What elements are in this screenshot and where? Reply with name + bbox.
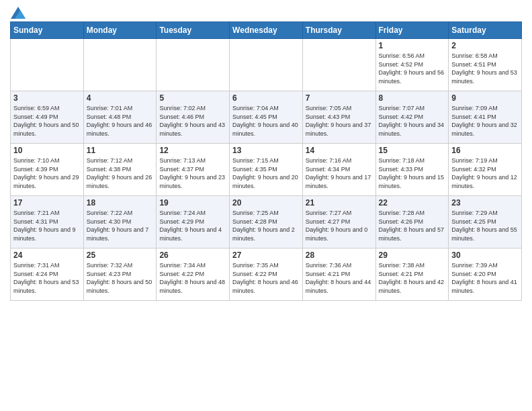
calendar-cell: 10Sunrise: 7:10 AM Sunset: 4:39 PM Dayli…: [11, 144, 84, 196]
day-number: 1: [379, 41, 446, 50]
calendar-cell: 30Sunrise: 7:39 AM Sunset: 4:20 PM Dayli…: [449, 248, 522, 301]
calendar-table: SundayMondayTuesdayWednesdayThursdayFrid…: [10, 21, 522, 301]
calendar-body: 1Sunrise: 6:56 AM Sunset: 4:52 PM Daylig…: [11, 39, 522, 301]
calendar-cell: 27Sunrise: 7:35 AM Sunset: 4:22 PM Dayli…: [230, 248, 303, 301]
weekday-header-cell: Tuesday: [157, 22, 230, 39]
calendar-cell: 4Sunrise: 7:01 AM Sunset: 4:48 PM Daylig…: [83, 91, 157, 144]
day-info: Sunrise: 7:31 AM Sunset: 4:24 PM Dayligh…: [13, 261, 81, 295]
day-info: Sunrise: 7:29 AM Sunset: 4:25 PM Dayligh…: [451, 209, 519, 242]
day-number: 8: [379, 93, 446, 103]
calendar-cell: [230, 39, 303, 91]
day-info: Sunrise: 7:39 AM Sunset: 4:20 PM Dayligh…: [451, 261, 519, 295]
calendar-cell: 18Sunrise: 7:22 AM Sunset: 4:30 PM Dayli…: [83, 196, 157, 248]
day-number: 14: [306, 146, 373, 155]
day-info: Sunrise: 6:58 AM Sunset: 4:51 PM Dayligh…: [451, 52, 519, 85]
day-number: 16: [451, 146, 519, 155]
calendar-cell: 5Sunrise: 7:02 AM Sunset: 4:46 PM Daylig…: [157, 91, 230, 144]
day-info: Sunrise: 6:59 AM Sunset: 4:49 PM Dayligh…: [13, 104, 81, 138]
calendar-cell: 1Sunrise: 6:56 AM Sunset: 4:52 PM Daylig…: [375, 39, 449, 91]
calendar-cell: 25Sunrise: 7:32 AM Sunset: 4:23 PM Dayli…: [83, 248, 157, 301]
day-number: 2: [451, 41, 519, 50]
calendar-cell: 16Sunrise: 7:19 AM Sunset: 4:32 PM Dayli…: [449, 144, 522, 196]
day-number: 19: [159, 198, 226, 208]
day-number: 15: [379, 146, 446, 155]
weekday-header-cell: Saturday: [449, 22, 522, 39]
day-info: Sunrise: 7:19 AM Sunset: 4:32 PM Dayligh…: [451, 156, 519, 190]
header: [10, 7, 522, 16]
day-number: 7: [306, 93, 373, 103]
weekday-header-cell: Wednesday: [230, 22, 303, 39]
day-number: 25: [87, 250, 154, 260]
day-number: 6: [232, 93, 300, 103]
calendar-cell: [83, 39, 157, 91]
day-info: Sunrise: 7:24 AM Sunset: 4:29 PM Dayligh…: [159, 209, 226, 242]
day-info: Sunrise: 7:28 AM Sunset: 4:26 PM Dayligh…: [379, 209, 446, 242]
calendar-cell: 3Sunrise: 6:59 AM Sunset: 4:49 PM Daylig…: [11, 91, 84, 144]
day-number: 11: [87, 146, 154, 155]
day-number: 24: [13, 250, 81, 260]
calendar-cell: 9Sunrise: 7:09 AM Sunset: 4:41 PM Daylig…: [449, 91, 522, 144]
day-info: Sunrise: 7:05 AM Sunset: 4:43 PM Dayligh…: [306, 104, 373, 138]
weekday-header-row: SundayMondayTuesdayWednesdayThursdayFrid…: [11, 22, 522, 39]
calendar-cell: 22Sunrise: 7:28 AM Sunset: 4:26 PM Dayli…: [375, 196, 449, 248]
day-number: 12: [159, 146, 226, 155]
day-info: Sunrise: 7:16 AM Sunset: 4:34 PM Dayligh…: [306, 156, 373, 190]
calendar-cell: 24Sunrise: 7:31 AM Sunset: 4:24 PM Dayli…: [11, 248, 84, 301]
calendar-cell: 21Sunrise: 7:27 AM Sunset: 4:27 PM Dayli…: [302, 196, 375, 248]
day-number: 5: [159, 93, 226, 103]
day-number: 10: [13, 146, 81, 155]
calendar-cell: 15Sunrise: 7:18 AM Sunset: 4:33 PM Dayli…: [375, 144, 449, 196]
day-number: 22: [379, 198, 446, 208]
calendar-cell: 11Sunrise: 7:12 AM Sunset: 4:38 PM Dayli…: [83, 144, 157, 196]
logo: [10, 7, 26, 16]
day-number: 9: [451, 93, 519, 103]
day-info: Sunrise: 7:32 AM Sunset: 4:23 PM Dayligh…: [87, 261, 154, 295]
calendar-cell: 20Sunrise: 7:25 AM Sunset: 4:28 PM Dayli…: [230, 196, 303, 248]
calendar-week-row: 10Sunrise: 7:10 AM Sunset: 4:39 PM Dayli…: [11, 144, 522, 196]
weekday-header-cell: Sunday: [11, 22, 84, 39]
day-number: 20: [232, 198, 300, 208]
day-info: Sunrise: 7:27 AM Sunset: 4:27 PM Dayligh…: [306, 209, 373, 242]
calendar-cell: 17Sunrise: 7:21 AM Sunset: 4:31 PM Dayli…: [11, 196, 84, 248]
calendar-cell: 29Sunrise: 7:38 AM Sunset: 4:21 PM Dayli…: [375, 248, 449, 301]
logo-icon: [11, 7, 26, 19]
day-number: 27: [232, 250, 300, 260]
day-info: Sunrise: 7:02 AM Sunset: 4:46 PM Dayligh…: [159, 104, 226, 138]
calendar-cell: 28Sunrise: 7:36 AM Sunset: 4:21 PM Dayli…: [302, 248, 375, 301]
day-info: Sunrise: 7:04 AM Sunset: 4:45 PM Dayligh…: [232, 104, 300, 138]
day-info: Sunrise: 7:13 AM Sunset: 4:37 PM Dayligh…: [159, 156, 226, 190]
day-number: 23: [451, 198, 519, 208]
calendar-week-row: 1Sunrise: 6:56 AM Sunset: 4:52 PM Daylig…: [11, 39, 522, 91]
calendar-cell: 6Sunrise: 7:04 AM Sunset: 4:45 PM Daylig…: [230, 91, 303, 144]
day-number: 18: [87, 198, 154, 208]
calendar-cell: 26Sunrise: 7:34 AM Sunset: 4:22 PM Dayli…: [157, 248, 230, 301]
calendar-week-row: 17Sunrise: 7:21 AM Sunset: 4:31 PM Dayli…: [11, 196, 522, 248]
day-info: Sunrise: 7:10 AM Sunset: 4:39 PM Dayligh…: [13, 156, 81, 190]
calendar-week-row: 3Sunrise: 6:59 AM Sunset: 4:49 PM Daylig…: [11, 91, 522, 144]
calendar-cell: [11, 39, 84, 91]
day-info: Sunrise: 7:12 AM Sunset: 4:38 PM Dayligh…: [87, 156, 154, 190]
day-info: Sunrise: 7:09 AM Sunset: 4:41 PM Dayligh…: [451, 104, 519, 138]
page-container: SundayMondayTuesdayWednesdayThursdayFrid…: [0, 0, 532, 304]
day-number: 21: [306, 198, 373, 208]
day-number: 3: [13, 93, 81, 103]
calendar-cell: 19Sunrise: 7:24 AM Sunset: 4:29 PM Dayli…: [157, 196, 230, 248]
day-info: Sunrise: 7:35 AM Sunset: 4:22 PM Dayligh…: [232, 261, 300, 295]
calendar-cell: 13Sunrise: 7:15 AM Sunset: 4:35 PM Dayli…: [230, 144, 303, 196]
calendar-cell: 2Sunrise: 6:58 AM Sunset: 4:51 PM Daylig…: [449, 39, 522, 91]
weekday-header-cell: Friday: [375, 22, 449, 39]
calendar-week-row: 24Sunrise: 7:31 AM Sunset: 4:24 PM Dayli…: [11, 248, 522, 301]
day-info: Sunrise: 7:18 AM Sunset: 4:33 PM Dayligh…: [379, 156, 446, 190]
day-info: Sunrise: 7:21 AM Sunset: 4:31 PM Dayligh…: [13, 209, 81, 242]
calendar-cell: 23Sunrise: 7:29 AM Sunset: 4:25 PM Dayli…: [449, 196, 522, 248]
day-number: 26: [159, 250, 226, 260]
calendar-cell: [302, 39, 375, 91]
day-info: Sunrise: 7:38 AM Sunset: 4:21 PM Dayligh…: [379, 261, 446, 295]
day-info: Sunrise: 7:34 AM Sunset: 4:22 PM Dayligh…: [159, 261, 226, 295]
day-info: Sunrise: 7:36 AM Sunset: 4:21 PM Dayligh…: [306, 261, 373, 295]
calendar-cell: 8Sunrise: 7:07 AM Sunset: 4:42 PM Daylig…: [375, 91, 449, 144]
day-info: Sunrise: 7:07 AM Sunset: 4:42 PM Dayligh…: [379, 104, 446, 138]
day-number: 4: [87, 93, 154, 103]
day-info: Sunrise: 7:25 AM Sunset: 4:28 PM Dayligh…: [232, 209, 300, 242]
day-number: 17: [13, 198, 81, 208]
